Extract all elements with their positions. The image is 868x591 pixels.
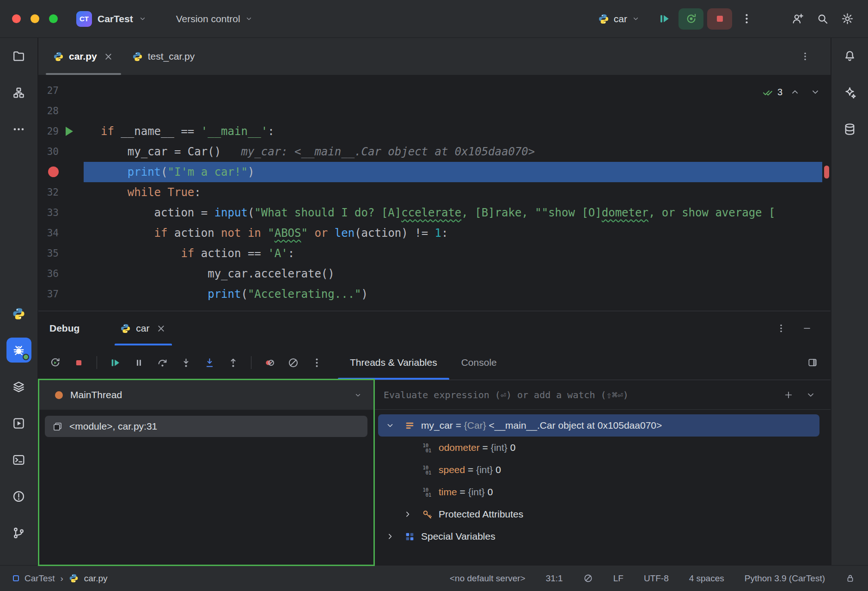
debug-tab-Threads & Variables[interactable]: Threads & Variables [338,345,449,380]
breakpoint-icon[interactable] [48,166,59,177]
step-over-button[interactable] [153,353,171,372]
close-window-button[interactable] [12,14,21,23]
thread-selector[interactable]: MainThread [38,380,374,410]
mute-breakpoints-button[interactable] [260,353,279,372]
close-tab-icon[interactable] [103,51,114,62]
more-actions-button[interactable] [736,8,757,30]
stripe-version-control-button[interactable] [6,520,31,545]
stripe-problems-button[interactable] [6,484,31,509]
resume-button[interactable] [106,353,124,372]
code-editor[interactable]: 272829if __name__ == '__main__':30 my_ca… [38,75,831,311]
resume-icon [110,357,121,369]
step-into-my-code-button[interactable] [200,353,219,372]
breadcrumb-project[interactable]: CarTest [24,573,55,584]
variable-row[interactable]: 1001speed = {int} 0 [378,459,819,481]
variable-row[interactable]: Special Variables [378,525,819,548]
variable-row[interactable]: my_car = {Car} <__main__.Car object at 0… [378,414,819,437]
editor-line-37[interactable]: 37 print("Accelerating...") [38,284,831,304]
editor-line-35[interactable]: 35 if action == 'A': [38,243,831,264]
key-icon [422,509,433,520]
run-line-icon[interactable] [66,127,73,136]
run-config-selector[interactable]: car [598,13,640,25]
status-line-separator[interactable]: LF [613,573,623,584]
hide-debug-button[interactable] [799,320,815,336]
stripe-debug-button[interactable] [6,338,31,363]
run-button[interactable] [654,8,675,30]
variable-row[interactable]: Protected Attributes [378,503,819,525]
chevron-down-icon[interactable] [385,421,395,430]
step-out-button[interactable] [224,353,242,372]
layout-settings-button[interactable] [805,355,820,370]
editor-line-27[interactable]: 27 [38,80,831,101]
editor-tab-test_car.py[interactable]: test_car.py [123,38,204,75]
layout-icon [807,357,818,368]
run-box-icon [12,417,25,430]
editor-line-34[interactable]: 34 if action not in "ABOS" or len(action… [38,223,831,243]
status-interpreter[interactable]: Python 3.9 (CarTest) [745,573,825,584]
stripe-structure-button[interactable] [6,80,31,105]
stripe-services-button[interactable] [6,374,31,399]
stop-button[interactable] [69,353,88,372]
minimize-window-button[interactable] [31,14,39,23]
stripe-ai-assistant-button[interactable] [837,80,862,105]
stack-frame-row[interactable]: <module>, car.py:31 [45,416,367,437]
inspections-disabled-icon[interactable] [583,573,593,583]
pause-button[interactable] [129,353,148,372]
debug-tab-Console[interactable]: Console [449,345,509,380]
rerun-button[interactable] [46,353,64,372]
inspections-widget[interactable]: 3 [762,84,823,100]
debug-header: Debug car [38,311,831,345]
kebab-icon [776,323,786,333]
add-watch-icon[interactable] [783,390,794,400]
left-toolbar-stripe [0,38,38,565]
editor-line-30[interactable]: 30 my_car = Car() my_car: <__main__.Car … [38,142,831,162]
chevron-down-icon[interactable] [806,390,816,400]
step-into-button[interactable] [177,353,195,372]
next-problem-button[interactable] [807,84,823,100]
debug-session-tab[interactable]: car [115,311,171,345]
editor-line-36[interactable]: 36 my_car.accelerate() [38,264,831,284]
status-caret-position[interactable]: 31:1 [546,573,563,584]
editor-line-32[interactable]: 32 while True: [38,182,831,203]
status-server[interactable]: <no default server> [450,573,526,584]
editor-line-31[interactable]: print("I'm a car!") [38,162,831,182]
more-button[interactable] [307,353,326,372]
editor-line-28[interactable]: 28 [38,101,831,121]
tab-options-button[interactable] [797,49,813,64]
close-icon[interactable] [156,323,166,334]
variable-row[interactable]: 1001time = {int} 0 [378,481,819,503]
settings-button[interactable] [837,8,858,30]
prev-problem-button[interactable] [787,84,803,100]
project-name: CarTest [98,13,133,25]
chevron-right-icon[interactable] [385,532,395,541]
code-with-me-button[interactable] [787,8,808,30]
hide-execution-point-button[interactable] [284,353,302,372]
editor-tab-car.py[interactable]: car.py [44,38,123,75]
toolbar-separator [251,356,251,369]
breadcrumb-file[interactable]: car.py [84,573,108,584]
debug-options-button[interactable] [773,320,789,336]
search-everywhere-button[interactable] [812,8,833,30]
evaluate-expression-input[interactable]: Evaluate expression (⏎) or add a watch (… [384,389,771,400]
stripe-python-packages-button[interactable] [6,301,31,326]
lock-icon[interactable] [845,573,855,583]
stripe-terminal-button[interactable] [6,447,31,472]
breadcrumb[interactable]: CarTest › car.py [13,573,108,584]
variable-row[interactable]: 1001odometer = {int} 0 [378,437,819,459]
stripe-more-tools-button[interactable] [6,117,31,142]
stop-button[interactable] [707,8,732,30]
editor-line-33[interactable]: 33 action = input("What should I do? [A]… [38,203,831,223]
add-user-icon [791,12,804,25]
zoom-window-button[interactable] [49,14,58,23]
editor-line-29[interactable]: 29if __name__ == '__main__': [38,121,831,142]
stripe-database-button[interactable] [837,117,862,142]
stripe-notifications-button[interactable] [837,43,862,68]
status-encoding[interactable]: UTF-8 [644,573,669,584]
debug-button[interactable] [679,8,703,30]
vcs-widget[interactable]: Version control [176,13,253,25]
project-widget[interactable]: CT CarTest [76,11,147,27]
chevron-right-icon[interactable] [403,510,412,519]
stripe-project-button[interactable] [6,43,31,68]
status-indent[interactable]: 4 spaces [689,573,724,584]
stripe-run-button[interactable] [6,411,31,436]
